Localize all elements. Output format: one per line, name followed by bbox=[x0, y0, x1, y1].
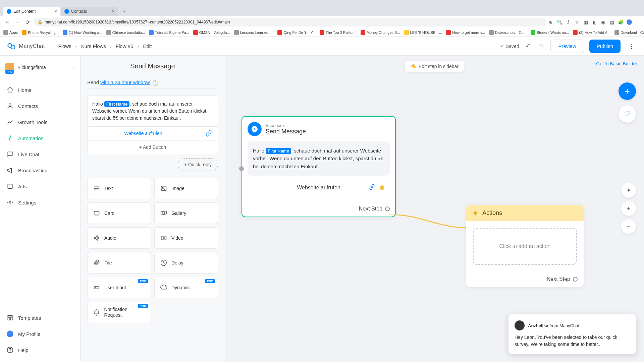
block-text[interactable]: Text bbox=[87, 178, 151, 199]
next-step-row[interactable]: Next Step bbox=[466, 272, 584, 287]
preview-button[interactable]: Preview bbox=[550, 40, 584, 53]
bookmark-item[interactable]: GMSN - Vologda... bbox=[193, 30, 230, 35]
flow-canvas[interactable]: 👈 Edit step in sidebar Go To Basic Build… bbox=[225, 56, 644, 362]
message-node[interactable]: Facebook Send Message Hallo First Name, … bbox=[241, 116, 396, 217]
add-button[interactable]: + Add Button bbox=[88, 140, 218, 154]
bookmark-item[interactable]: Money Changes E... bbox=[361, 30, 400, 35]
ext-icon[interactable]: ▦ bbox=[583, 19, 588, 25]
tab-close-icon[interactable]: × bbox=[112, 9, 115, 14]
node-message-body[interactable]: Hallo First Name, schaue doch mal auf un… bbox=[248, 141, 390, 176]
back-button[interactable]: ← bbox=[3, 18, 11, 26]
bookmark-item[interactable]: Download - Cooki... bbox=[614, 30, 644, 35]
block-video[interactable]: Video bbox=[154, 227, 218, 249]
output-port[interactable] bbox=[573, 277, 578, 282]
message-block[interactable]: Hallo First Name, schaue doch mal auf un… bbox=[87, 96, 218, 154]
block-gallery[interactable]: Gallery bbox=[154, 202, 218, 224]
ext-icon[interactable]: ▤ bbox=[609, 19, 614, 25]
nav-contacts[interactable]: Contacts bbox=[0, 98, 80, 114]
nav-automation[interactable]: Automation bbox=[0, 130, 80, 146]
bookmark-item[interactable]: LEE 'S HOUSE—... bbox=[404, 30, 442, 35]
bookmark-item[interactable]: Tutorial: Eigene Fa... bbox=[149, 30, 189, 35]
block-dynamic[interactable]: PRODynamic bbox=[154, 277, 218, 298]
zoom-in-button[interactable]: + bbox=[621, 201, 636, 216]
ext-icon[interactable]: ◉ bbox=[600, 19, 606, 25]
star-icon[interactable]: ☆ bbox=[574, 19, 580, 25]
help-icon[interactable]: ? bbox=[153, 80, 158, 86]
nav-growth-tools[interactable]: Growth Tools bbox=[0, 114, 80, 130]
menu-icon[interactable]: ⋮ bbox=[635, 19, 641, 25]
output-port[interactable] bbox=[380, 185, 384, 190]
profile-avatar[interactable] bbox=[627, 19, 632, 25]
go-basic-builder-link[interactable]: Go To Basic Builder bbox=[596, 61, 637, 66]
bookmark-item[interactable]: Phone Recycling... bbox=[22, 30, 59, 35]
bookmark-item[interactable]: Apps bbox=[3, 30, 18, 35]
chat-popup[interactable]: Anzhelika from ManyChat Hey Leon, You've… bbox=[508, 314, 636, 354]
variable-chip: First Name bbox=[266, 148, 291, 154]
more-menu-button[interactable]: ⋮ bbox=[626, 40, 637, 53]
bookmark-item[interactable]: Qing Fei De Yi - Y... bbox=[277, 30, 316, 35]
magic-tool[interactable]: ✦ bbox=[621, 183, 636, 198]
block-image[interactable]: Image bbox=[154, 178, 218, 199]
add-node-button[interactable]: + bbox=[619, 82, 636, 100]
crumb-flow[interactable]: Flow #5 bbox=[116, 43, 133, 49]
bookmark-item[interactable]: Lessons Learned f... bbox=[234, 30, 274, 35]
workspace-selector[interactable]: PRO Bildungsfirma ⌄ bbox=[0, 60, 80, 75]
publish-button[interactable]: Publish bbox=[589, 40, 621, 53]
nav-my-profile[interactable]: My Profile bbox=[0, 326, 80, 342]
node-cta-button[interactable]: Webseite aufrufen bbox=[248, 180, 390, 196]
crumb-flows[interactable]: Flows bbox=[58, 43, 71, 49]
nav-broadcasting[interactable]: Broadcasting bbox=[0, 162, 80, 178]
browser-tab[interactable]: Contacts × bbox=[61, 7, 118, 16]
ext-icon[interactable]: 🧩 bbox=[618, 19, 623, 25]
variable-chip[interactable]: First Name bbox=[104, 101, 130, 107]
bookmark-item[interactable]: Student Wants an... bbox=[531, 30, 569, 35]
nav-home[interactable]: Home bbox=[0, 82, 80, 98]
bookmark-item[interactable]: Chinese translatio... bbox=[106, 30, 145, 35]
zoom-out-button[interactable]: − bbox=[621, 219, 636, 234]
redo-button[interactable]: ↷ bbox=[537, 41, 545, 51]
message-text[interactable]: Hallo First Name, schaue doch mal auf un… bbox=[88, 96, 218, 126]
add-action-placeholder[interactable]: Click to add an action bbox=[473, 228, 577, 265]
quick-reply-button[interactable]: + Quick reply bbox=[178, 158, 218, 171]
next-step-row[interactable]: Next Step bbox=[242, 201, 395, 217]
undo-button[interactable]: ↶ bbox=[524, 41, 532, 51]
input-port[interactable] bbox=[239, 166, 244, 171]
block-notification-request[interactable]: PRONotification Request bbox=[87, 302, 151, 323]
actions-node[interactable]: Actions Click to add an action Next Step bbox=[466, 205, 584, 287]
crumb-folder[interactable]: Kurs Flows bbox=[81, 43, 106, 49]
bookmark-item[interactable]: How to get more v... bbox=[446, 30, 485, 35]
url-input[interactable]: 🔒 manychat.com/fb198150208192061&/cms/fi… bbox=[34, 18, 546, 26]
bookmark-item[interactable]: Datenschutz - Co... bbox=[489, 30, 527, 35]
nav-live-chat[interactable]: Live Chat bbox=[0, 146, 80, 162]
bookmark-item[interactable]: (1) How Working a... bbox=[63, 30, 102, 35]
bookmark-item[interactable]: The Top 3 Platfor... bbox=[320, 30, 357, 35]
block-audio[interactable]: Audio bbox=[87, 227, 151, 249]
block-file[interactable]: File bbox=[87, 252, 151, 274]
nav-settings[interactable]: Settings bbox=[0, 194, 80, 210]
nav-templates[interactable]: Templates bbox=[0, 310, 80, 326]
block-user-input[interactable]: PROUser Input bbox=[87, 277, 151, 298]
nav-help[interactable]: Help bbox=[0, 342, 80, 358]
block-card[interactable]: Card bbox=[87, 202, 151, 224]
tab-close-icon[interactable]: × bbox=[54, 9, 57, 14]
app-logo[interactable]: ManyChat bbox=[7, 42, 45, 51]
reload-button[interactable]: ⟳ bbox=[23, 18, 32, 26]
chat-avatar bbox=[515, 320, 525, 330]
link-icon[interactable] bbox=[199, 127, 218, 140]
new-tab-button[interactable]: + bbox=[120, 7, 128, 15]
nav-ads[interactable]: Ads bbox=[0, 178, 80, 194]
browser-tab-active[interactable]: Edit Content × bbox=[3, 7, 60, 16]
ext-icon[interactable]: ◧ bbox=[592, 19, 597, 25]
output-port[interactable] bbox=[385, 206, 390, 211]
send-window-link[interactable]: within 24 hour window bbox=[100, 79, 150, 85]
forward-button[interactable]: → bbox=[13, 18, 21, 26]
zoom-icon[interactable]: 🔍 bbox=[557, 19, 562, 25]
block-delay[interactable]: Delay bbox=[154, 252, 218, 274]
message-button[interactable]: Webseite aufrufen bbox=[88, 127, 199, 140]
share-icon[interactable]: ⤴ bbox=[566, 19, 571, 25]
translate-icon[interactable]: ⊕ bbox=[548, 19, 553, 25]
bookmark-item[interactable]: (2) How To Add A... bbox=[573, 30, 610, 35]
favorite-button[interactable]: ♡ bbox=[619, 105, 636, 123]
edit-step-hint[interactable]: 👈 Edit step in sidebar bbox=[405, 61, 464, 72]
svg-rect-5 bbox=[8, 315, 12, 317]
